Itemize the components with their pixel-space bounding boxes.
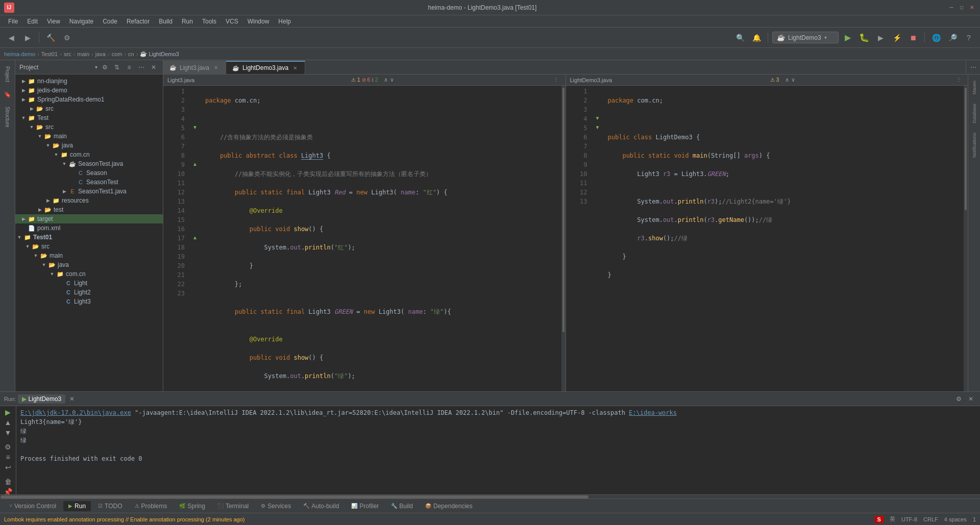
- tab-lightdemo3[interactable]: ☕ LightDemo3.java ✕: [226, 61, 305, 74]
- pane-menu-btn[interactable]: ⋮: [551, 75, 561, 85]
- tree-item-nn-dianjing[interactable]: ▶ 📁 nn-dianjing: [15, 77, 163, 86]
- tree-item-src-test[interactable]: ▼ 📂 src: [15, 122, 163, 132]
- run-pin-btn[interactable]: 📌: [2, 488, 14, 494]
- tree-item-target[interactable]: ▶ 📁 target: [15, 214, 163, 223]
- scroll-up-btn[interactable]: ∧: [384, 77, 388, 83]
- toolbar-search-btn[interactable]: 🔍: [733, 31, 747, 45]
- toolbar-build-btn[interactable]: 🔨: [43, 31, 58, 45]
- tree-item-test-folder[interactable]: ▶ 📂 test: [15, 205, 163, 214]
- tree-item-resources[interactable]: ▶ 📁 resources: [15, 196, 163, 205]
- tab-terminal[interactable]: ⬛ Terminal: [212, 501, 254, 511]
- database-tool-btn[interactable]: Database: [970, 99, 979, 128]
- left-code-content[interactable]: package com.cn; //含有抽象方法的类必须是抽象类 public …: [201, 86, 561, 391]
- run-scroll-down-btn[interactable]: ▼: [2, 429, 14, 437]
- status-indent[interactable]: 4 spaces: [944, 516, 967, 522]
- right-scrollbar[interactable]: [964, 86, 968, 391]
- minimize-button[interactable]: ─: [947, 4, 955, 12]
- run-tab-active[interactable]: ▶ LightDemo3: [18, 394, 65, 404]
- menu-item-tools[interactable]: Tools: [198, 17, 220, 26]
- run-play-btn[interactable]: ▶: [2, 408, 14, 416]
- right-code-content[interactable]: package com.cn; public class LightDemo3 …: [604, 86, 964, 391]
- left-scrollbar[interactable]: [561, 86, 566, 391]
- run-tab-close[interactable]: ✕: [69, 395, 75, 403]
- run-wrap-btn[interactable]: ↩: [2, 463, 14, 471]
- tree-item-light2[interactable]: C Light2: [15, 288, 163, 297]
- status-encoding[interactable]: UTF-8: [901, 516, 917, 522]
- menu-item-refactor[interactable]: Refactor: [122, 17, 154, 26]
- close-button[interactable]: ✕: [968, 4, 976, 12]
- tree-item-src-test01[interactable]: ▼ 📂 src: [15, 242, 163, 251]
- tree-item-seasontest1[interactable]: ▶ E SeasonTest1.java: [15, 187, 163, 196]
- tab-problems[interactable]: ⚠ Problems: [130, 501, 173, 511]
- tab-more-btn[interactable]: ⋯: [966, 61, 980, 74]
- tab-version-control[interactable]: ⑂ Version Control: [4, 501, 61, 511]
- tab-dependencies[interactable]: 📦 Dependencies: [420, 501, 478, 511]
- bookmarks-tool-btn[interactable]: 🔖: [2, 88, 14, 101]
- scroll-down-btn[interactable]: ∨: [390, 77, 394, 83]
- profile-button[interactable]: ⚡: [890, 31, 904, 45]
- breadcrumb-com[interactable]: com: [112, 51, 122, 57]
- project-panel-sort-btn[interactable]: ≡: [124, 62, 134, 72]
- breadcrumb-heima-demo[interactable]: heima-demo: [4, 51, 35, 57]
- tab-services[interactable]: ⚙ Services: [256, 501, 296, 511]
- tab-auto-build[interactable]: 🔨 Auto-build: [298, 501, 344, 511]
- breadcrumb-main[interactable]: main: [77, 51, 89, 57]
- tree-item-main2[interactable]: ▼ 📂 main: [15, 251, 163, 260]
- tree-item-pom-xml[interactable]: 📄 pom.xml: [15, 223, 163, 233]
- console-works-link[interactable]: E:\idea-works: [629, 409, 677, 416]
- tree-item-test01[interactable]: ▼ 📁 Test01: [15, 233, 163, 242]
- right-pane-menu-btn[interactable]: ⋮: [953, 75, 964, 85]
- tree-item-main[interactable]: ▼ 📂 main: [15, 132, 163, 141]
- status-language-btn[interactable]: 英: [890, 515, 895, 523]
- maximize-button[interactable]: □: [958, 4, 966, 12]
- menu-item-help[interactable]: Help: [274, 17, 295, 26]
- project-tool-btn[interactable]: Project: [2, 62, 14, 86]
- bottom-close-btn[interactable]: ✕: [966, 394, 976, 404]
- run-config-dropdown[interactable]: ☕ LightDemo3 ▾: [772, 32, 839, 43]
- menu-item-file[interactable]: File: [4, 17, 22, 26]
- tree-item-test[interactable]: ▼ 📁 Test: [15, 113, 163, 122]
- console-java-link[interactable]: E:\jdk\jdk-17.0.2\bin\java.exe: [20, 409, 131, 416]
- translate-button[interactable]: 🌐: [929, 31, 943, 45]
- breadcrumb-cn[interactable]: cn: [128, 51, 134, 57]
- tab-light3[interactable]: ☕ Light3.java ✕: [163, 61, 226, 74]
- breadcrumb-lightdemo3[interactable]: ☕ LightDemo3: [140, 51, 179, 57]
- right-scroll-up-btn[interactable]: ∧: [785, 77, 789, 83]
- menu-item-build[interactable]: Build: [155, 17, 177, 26]
- tree-item-light3[interactable]: C Light3: [15, 297, 163, 306]
- notifications-tool-btn[interactable]: Notifications: [970, 129, 979, 162]
- menu-item-run[interactable]: Run: [178, 17, 197, 26]
- run-scroll-up-btn[interactable]: ▲: [2, 418, 14, 427]
- stop-button[interactable]: ⏹: [906, 31, 920, 45]
- maven-tool-btn[interactable]: Maven: [970, 77, 979, 98]
- breadcrumb-src[interactable]: src: [64, 51, 71, 57]
- menu-item-code[interactable]: Code: [99, 17, 121, 26]
- tab-build[interactable]: 🔧 Build: [386, 501, 418, 511]
- menu-item-view[interactable]: View: [43, 17, 64, 26]
- project-panel-scroll-btn[interactable]: ⇅: [112, 62, 122, 72]
- tree-item-springdataredis[interactable]: ▶ 📁 SpringDataRedis-demo1: [15, 95, 163, 104]
- run-settings2-btn[interactable]: ⚙: [2, 443, 14, 451]
- project-panel-options-btn[interactable]: ⋯: [136, 62, 146, 72]
- right-scroll-down-btn[interactable]: ∨: [791, 77, 795, 83]
- tree-item-seasontest-java[interactable]: ▼ ☕ SeasonTest.java: [15, 159, 163, 168]
- tree-item-seasontest[interactable]: C SeasonTest: [15, 178, 163, 187]
- bottom-scrollbar[interactable]: [0, 494, 980, 498]
- tree-item-src-jedis[interactable]: ▶ 📂 src: [15, 104, 163, 113]
- tree-item-jedis-demo[interactable]: ▶ 📁 jedis-demo: [15, 86, 163, 95]
- tree-item-java2[interactable]: ▼ 📂 java: [15, 260, 163, 269]
- project-panel-settings-btn[interactable]: ⚙: [100, 62, 110, 72]
- status-line-sep[interactable]: CRLF: [923, 516, 938, 522]
- debug-button[interactable]: 🐛: [857, 31, 871, 45]
- structure-tool-btn[interactable]: Structure: [2, 103, 14, 132]
- toolbar-notification-btn[interactable]: 🔔: [749, 31, 764, 45]
- toolbar-forward-btn[interactable]: ▶: [20, 31, 35, 45]
- run-filter-btn[interactable]: ≡: [2, 453, 14, 461]
- tab-lightdemo3-close[interactable]: ✕: [291, 64, 299, 71]
- menu-item-navigate[interactable]: Navigate: [65, 17, 97, 26]
- tab-light3-close[interactable]: ✕: [212, 64, 219, 71]
- search-everywhere-button[interactable]: 🔎: [945, 31, 960, 45]
- tab-todo[interactable]: ☑ TODO: [93, 501, 127, 511]
- tree-item-season[interactable]: C Season: [15, 168, 163, 178]
- help-button[interactable]: ?: [962, 31, 976, 45]
